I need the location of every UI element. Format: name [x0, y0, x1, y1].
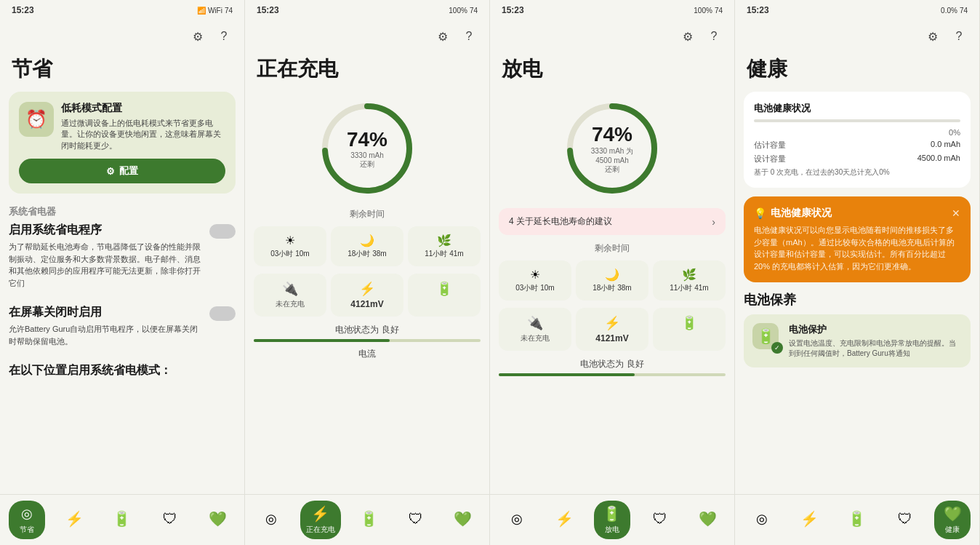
nav-item-charging-1[interactable]: ⚡ — [56, 506, 92, 534]
section-title-savings: 系统省电器 — [9, 202, 236, 223]
nav-item-health-4[interactable]: 💚 健康 — [934, 501, 971, 539]
stat-card-2: ⚡ 4121mV — [331, 274, 403, 317]
status-icons-1: 📶 WiFi 74 — [197, 7, 233, 15]
configure-button[interactable]: ⚙ 配置 — [19, 159, 225, 183]
maintenance-title: 电池保养 — [744, 291, 971, 309]
stat-icon-d1: 🔌 — [506, 315, 564, 331]
nav-icon-charging-2: ⚡ — [312, 505, 329, 522]
nav-item-discharge-2[interactable]: 🔋 — [351, 506, 387, 534]
toggle-heading-2: 在屏幕关闭时启用 — [9, 305, 202, 320]
advice-card[interactable]: 4 关于延长电池寿命的建议 › — [499, 208, 726, 235]
toggle-2[interactable] — [209, 306, 236, 321]
status-bar-1: 15:23 📶 WiFi 74 — [0, 0, 244, 20]
panel-health: 15:23 0.0% 74 ⚙ ? 健康 电池健康状况 0% 估计容量 0.0 … — [735, 0, 980, 545]
battery-circle-container: 74% 3330 mAh 还剩 — [254, 98, 481, 199]
panel-discharge: 15:23 100% 74 ⚙ ? 放电 74% 3330 mAh 为 4500… — [490, 0, 735, 545]
nav-icon-health-4: 💚 — [944, 505, 961, 522]
help-icon-1[interactable]: ? — [215, 28, 233, 45]
health-design-label: 设计容量 — [754, 154, 786, 164]
nav-item-discharge-4[interactable]: 🔋 — [839, 506, 875, 534]
bulb-icon: 💡 — [754, 207, 766, 219]
nav-item-shield-1[interactable]: 🛡 — [152, 506, 188, 534]
time-val-d2: 18小时 38m — [580, 283, 644, 293]
health-design-val: 4500.0 mAh — [917, 154, 960, 164]
nav-icon-charging-3: ⚡ — [555, 510, 573, 528]
stat-icon-2: ⚡ — [338, 281, 396, 297]
health-est-label: 估计容量 — [754, 140, 786, 151]
nav-item-health-1[interactable]: 💚 — [199, 506, 236, 534]
stat-icon-d3: 🔋 — [660, 315, 718, 331]
maintenance-text: 电池保护 设置电池温度、充电限制和电池异常放电的提醒。当到到任何阈值时，Batt… — [789, 323, 962, 359]
nav-icon-shield-2: 🛡 — [407, 510, 425, 528]
filter-icon-4[interactable]: ⚙ — [924, 28, 941, 45]
nav-item-savings[interactable]: ◎ 节省 — [9, 501, 45, 539]
progress-fill-charging — [254, 339, 390, 342]
time-item-d1: ☀ 03小时 10m — [499, 260, 571, 301]
health-note: 基于 0 次充电，在过去的30天总计充入0% — [754, 167, 960, 178]
health-est-val: 0.0 mAh — [931, 140, 960, 151]
nav-item-shield-3[interactable]: 🛡 — [642, 506, 678, 534]
battery-mah-2: 3330 mAh 为 4500 mAh — [587, 146, 638, 164]
filter-icon-2[interactable]: ⚙ — [434, 28, 451, 45]
nav-icon-discharge-3: 🔋 — [603, 505, 621, 522]
toggle-row-1: 启用系统省电程序 为了帮助延长电池寿命，节电器降低了设备的性能并限制振动、定位服… — [9, 223, 236, 295]
charge-label: 电流 — [254, 348, 481, 360]
nav-item-discharge-1[interactable]: 🔋 — [104, 506, 140, 534]
nav-item-charging-4[interactable]: ⚡ — [791, 506, 827, 534]
health-stat-design: 设计容量 4500.0 mAh — [754, 154, 960, 164]
time-val-d1: 03小时 10m — [503, 283, 567, 293]
bottom-nav-3: ◎ ⚡ 🔋 放电 🛡 💚 — [490, 494, 734, 545]
status-icons-2: 100% 74 — [449, 7, 478, 15]
time-val-3: 11小时 41m — [412, 249, 476, 259]
orange-close-button[interactable]: ✕ — [952, 207, 960, 219]
content-discharge: 74% 3330 mAh 为 4500 mAh 还剩 4 关于延长电池寿命的建议… — [490, 92, 734, 494]
nav-item-health-2[interactable]: 💚 — [445, 506, 481, 534]
page-title-discharge: 放电 — [490, 52, 734, 92]
time-row-charging: ☀ 03小时 10m 🌙 18小时 38m 🌿 11小时 41m — [254, 226, 481, 266]
leaf-icon-d3: 🌿 — [657, 268, 721, 282]
nav-icon-discharge-2: 🔋 — [361, 510, 378, 528]
battery-icon-status: 74 — [225, 7, 233, 15]
signal-icon-4: 0.0% — [941, 7, 957, 15]
battery-sub: 还剩 — [347, 159, 387, 170]
toggle-1[interactable] — [209, 224, 236, 239]
nav-item-savings-4[interactable]: ◎ — [744, 506, 780, 534]
nav-item-shield-4[interactable]: 🛡 — [887, 506, 923, 534]
nav-item-shield-2[interactable]: 🛡 — [398, 506, 434, 534]
sun-icon-1: ☀ — [258, 234, 322, 247]
toggle-body-1: 为了帮助延长电池寿命，节电器降低了设备的性能并限制振动、定位服务和大多数背景数据… — [9, 241, 202, 289]
status-bar-3: 15:23 100% 74 — [490, 0, 734, 20]
orange-title: 💡 电池健康状况 — [754, 207, 832, 220]
battery-circle-text-2: 74% 3330 mAh 为 4500 mAh 还剩 — [587, 123, 638, 175]
nav-item-charging-3[interactable]: ⚡ — [546, 506, 582, 534]
stat-val-2: 4121mV — [338, 299, 396, 309]
advice-text: 4 关于延长电池寿命的建议 — [509, 215, 612, 228]
nav-item-charging-2[interactable]: ⚡ 正在充电 — [300, 501, 341, 539]
health-stat-est: 估计容量 0.0 mAh — [754, 140, 960, 151]
nav-icon-health-2: 💚 — [454, 510, 472, 528]
filter-icon-3[interactable]: ⚙ — [679, 28, 696, 45]
nav-icon-health-3: 💚 — [699, 510, 716, 528]
help-icon-2[interactable]: ? — [460, 28, 478, 45]
nav-item-savings-2[interactable]: ◎ — [253, 506, 289, 534]
maintenance-icon-wrap: 🔋 ✓ — [752, 323, 782, 352]
nav-item-savings-3[interactable]: ◎ — [499, 506, 535, 534]
nav-item-discharge-3[interactable]: 🔋 放电 — [594, 501, 630, 539]
nav-item-health-3[interactable]: 💚 — [689, 506, 726, 534]
time-2: 15:23 — [257, 5, 279, 15]
stat-card-d3: 🔋 — [653, 308, 726, 351]
time-row-discharge: ☀ 03小时 10m 🌙 18小时 38m 🌿 11小时 41m — [499, 260, 726, 301]
toggle-row-2: 在屏幕关闭时启用 允许Battery Guru自动启用节电程序，以便在屏幕关闭时… — [9, 305, 236, 353]
help-icon-3[interactable]: ? — [705, 28, 723, 45]
stat-val-d2: 4121mV — [583, 333, 641, 343]
configure-label: 配置 — [119, 164, 138, 178]
filter-icon-1[interactable]: ⚙ — [189, 28, 206, 45]
stat-icon-3: 🔋 — [415, 281, 473, 297]
help-icon-4[interactable]: ? — [950, 28, 968, 45]
maintenance-heading: 电池保护 — [789, 323, 962, 336]
status-label-charging: 电池状态为 良好 — [254, 324, 481, 336]
nav-icon-shield-1: 🛡 — [161, 510, 179, 528]
configure-icon: ⚙ — [106, 166, 115, 177]
battery-circle-container-2: 74% 3330 mAh 为 4500 mAh 还剩 — [499, 98, 726, 199]
content-health: 电池健康状况 0% 估计容量 0.0 mAh 设计容量 4500.0 mAh 基… — [735, 92, 979, 494]
